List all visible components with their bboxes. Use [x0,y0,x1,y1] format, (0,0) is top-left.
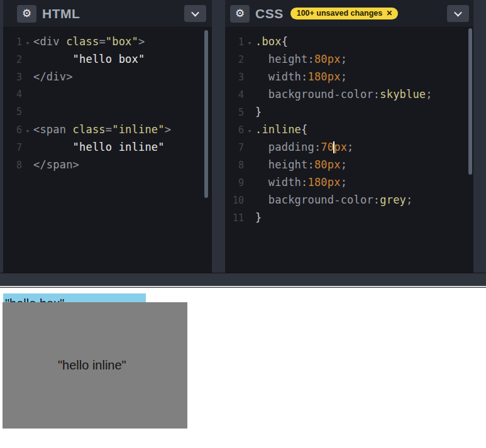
code-text: </span> [33,156,79,173]
chevron-down-icon [191,9,199,17]
code-text: "hello inline" [33,138,165,156]
unsaved-changes-label: 100+ unsaved changes [297,9,383,18]
panel-resizer[interactable] [0,273,486,287]
line-number: 1 [225,33,244,51]
code-text: <span class="inline"> [33,121,171,138]
preview-pane: "hello box" "hello inline" [0,288,486,448]
css-code-editor[interactable]: 1▾.box{2 height:80px;3 width:180px;4 bac… [225,28,473,226]
code-line[interactable]: 11} [225,209,473,226]
line-number: 9 [225,174,244,192]
html-panel-title: HTML [42,6,80,21]
code-line[interactable]: 7 padding:70px; [225,138,473,156]
line-number: 5 [3,103,22,121]
html-collapse-button[interactable] [184,5,206,22]
line-number: 2 [225,51,244,68]
code-text: .box{ [255,33,288,50]
line-number: 8 [3,156,22,174]
code-line[interactable]: 9 width:180px; [225,173,473,191]
code-line[interactable]: 4 background-color:skyblue; [225,85,473,103]
preview-inline-span: "hello inline" [3,302,187,429]
code-text: width:180px; [255,68,347,85]
code-line[interactable]: 4 [3,85,212,103]
code-line[interactable]: 8</span> [3,156,212,173]
html-panel-header: ⚙ HTML [3,0,212,28]
code-text: padding:70px; [255,138,354,156]
code-text: width:180px; [255,173,347,191]
code-text: } [255,209,262,226]
gear-icon: ⚙ [235,8,245,19]
html-settings-button[interactable]: ⚙ [17,5,36,23]
css-editor-panel: ⚙ CSS 100+ unsaved changes ✕ 1▾.box{2 he… [225,0,473,273]
page: ⚙ HTML 1▾<div class="box">2 "hello box"3… [0,0,486,448]
unsaved-changes-badge[interactable]: 100+ unsaved changes ✕ [290,8,399,19]
code-line[interactable]: 3</div> [3,68,212,85]
code-line[interactable]: 7 "hello inline" [3,138,212,156]
html-editor-panel: ⚙ HTML 1▾<div class="box">2 "hello box"3… [3,0,212,273]
code-text: } [255,103,262,121]
line-number: 7 [225,139,244,156]
code-line[interactable]: 3 width:180px; [225,68,473,85]
line-number: 6 [225,121,244,139]
fold-arrow-icon[interactable]: ▾ [244,35,255,52]
code-line[interactable]: 2 "hello box" [3,50,212,68]
code-line[interactable]: 5 [3,103,212,121]
preview-inline-text: "hello inline" [58,358,126,373]
code-line[interactable]: 8 height:80px; [225,156,473,173]
html-code-editor[interactable]: 1▾<div class="box">2 "hello box"3</div>4… [3,28,212,173]
editor-area: ⚙ HTML 1▾<div class="box">2 "hello box"3… [0,0,486,288]
line-number: 3 [3,68,22,86]
code-text: background-color:skyblue; [255,85,433,103]
line-number: 3 [225,68,244,86]
code-text: height:80px; [255,50,347,68]
line-number: 6 [3,121,22,139]
fold-arrow-icon[interactable]: ▾ [244,123,255,140]
line-number: 2 [3,51,22,68]
line-number: 10 [225,192,244,209]
chevron-down-icon [454,9,462,17]
css-panel-title: CSS [255,6,284,21]
css-editor-scrollbar[interactable] [468,28,472,175]
fold-arrow-icon[interactable]: ▾ [22,35,33,52]
code-text: background-color:grey; [255,191,412,209]
line-number: 5 [225,104,244,121]
html-editor-scrollbar[interactable] [204,30,208,198]
code-line[interactable]: 6▾<span class="inline"> [3,121,212,138]
code-text: <div class="box"> [33,33,145,50]
line-number: 11 [225,209,244,227]
code-text: .inline{ [255,121,307,138]
line-number: 7 [3,139,22,156]
css-settings-button[interactable]: ⚙ [230,5,250,23]
line-number: 4 [225,86,244,104]
line-number: 4 [3,85,22,103]
code-line[interactable]: 1▾<div class="box"> [3,33,212,50]
line-number: 8 [225,156,244,174]
fold-arrow-icon[interactable]: ▾ [22,123,33,140]
code-line[interactable]: 1▾.box{ [225,33,473,50]
code-line[interactable]: 5} [225,103,473,121]
line-number: 1 [3,33,22,51]
code-line[interactable]: 2 height:80px; [225,50,473,68]
css-collapse-button[interactable] [447,5,469,22]
code-text: height:80px; [255,156,347,173]
code-text: </div> [33,68,73,85]
close-icon[interactable]: ✕ [386,9,392,18]
code-line[interactable]: 6▾.inline{ [225,121,473,138]
css-panel-header: ⚙ CSS 100+ unsaved changes ✕ [225,0,473,28]
gear-icon: ⚙ [22,8,31,19]
code-text: "hello box" [33,50,145,68]
code-line[interactable]: 10 background-color:grey; [225,191,473,209]
